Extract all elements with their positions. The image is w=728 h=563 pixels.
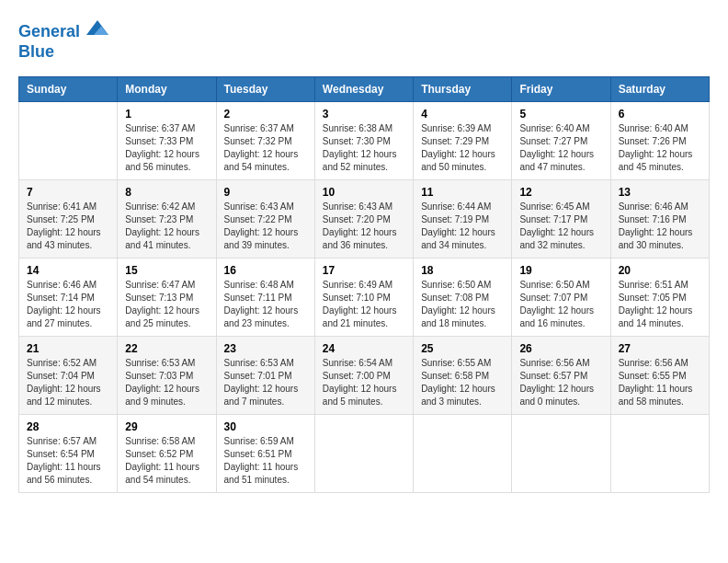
day-info: Sunrise: 6:45 AMSunset: 7:17 PMDaylight:…	[519, 201, 602, 252]
day-info: Sunrise: 6:53 AMSunset: 7:03 PMDaylight:…	[125, 357, 208, 408]
calendar-cell: 11Sunrise: 6:44 AMSunset: 7:19 PMDayligh…	[414, 180, 512, 259]
weekday-header-friday: Friday	[512, 77, 610, 102]
day-info: Sunrise: 6:37 AMSunset: 7:33 PMDaylight:…	[125, 122, 208, 174]
calendar-cell	[610, 415, 709, 493]
weekday-header-sunday: Sunday	[19, 77, 118, 102]
calendar-cell	[512, 415, 610, 493]
day-info: Sunrise: 6:56 AMSunset: 6:55 PMDaylight:…	[619, 357, 701, 408]
day-info: Sunrise: 6:44 AMSunset: 7:19 PMDaylight:…	[421, 201, 504, 252]
day-info: Sunrise: 6:40 AMSunset: 7:26 PMDaylight:…	[619, 122, 701, 174]
day-info: Sunrise: 6:53 AMSunset: 7:01 PMDaylight:…	[224, 357, 307, 408]
day-number: 24	[323, 342, 405, 355]
calendar-cell: 25Sunrise: 6:55 AMSunset: 6:58 PMDayligh…	[414, 337, 512, 415]
day-info: Sunrise: 6:42 AMSunset: 7:23 PMDaylight:…	[125, 201, 208, 252]
day-number: 20	[619, 264, 701, 277]
calendar-cell: 12Sunrise: 6:45 AMSunset: 7:17 PMDayligh…	[512, 180, 610, 259]
calendar-cell	[414, 415, 512, 493]
logo: General Blue	[18, 18, 108, 62]
day-number: 7	[27, 186, 109, 199]
calendar-cell: 9Sunrise: 6:43 AMSunset: 7:22 PMDaylight…	[216, 180, 314, 259]
calendar-cell: 18Sunrise: 6:50 AMSunset: 7:08 PMDayligh…	[414, 259, 512, 337]
calendar-cell: 6Sunrise: 6:40 AMSunset: 7:26 PMDaylight…	[610, 102, 709, 180]
calendar-cell: 4Sunrise: 6:39 AMSunset: 7:29 PMDaylight…	[414, 102, 512, 180]
calendar-cell: 28Sunrise: 6:57 AMSunset: 6:54 PMDayligh…	[19, 415, 118, 493]
logo-icon	[86, 18, 108, 37]
calendar-cell: 21Sunrise: 6:52 AMSunset: 7:04 PMDayligh…	[19, 337, 118, 415]
day-number: 1	[125, 108, 208, 121]
calendar-cell: 1Sunrise: 6:37 AMSunset: 7:33 PMDaylight…	[118, 102, 216, 180]
day-number: 26	[519, 342, 602, 355]
calendar-cell: 14Sunrise: 6:46 AMSunset: 7:14 PMDayligh…	[19, 259, 118, 337]
weekday-header-thursday: Thursday	[414, 77, 512, 102]
week-row-1: 1Sunrise: 6:37 AMSunset: 7:33 PMDaylight…	[19, 102, 710, 180]
day-info: Sunrise: 6:57 AMSunset: 6:54 PMDaylight:…	[27, 435, 109, 487]
calendar-cell: 26Sunrise: 6:56 AMSunset: 6:57 PMDayligh…	[512, 337, 610, 415]
calendar-cell: 2Sunrise: 6:37 AMSunset: 7:32 PMDaylight…	[216, 102, 314, 180]
weekday-header-wednesday: Wednesday	[314, 77, 413, 102]
calendar-cell: 20Sunrise: 6:51 AMSunset: 7:05 PMDayligh…	[610, 259, 709, 337]
day-number: 9	[224, 186, 307, 199]
day-number: 4	[421, 108, 504, 121]
day-number: 6	[619, 108, 701, 121]
day-number: 8	[125, 186, 208, 199]
weekday-header-tuesday: Tuesday	[216, 77, 314, 102]
weekday-header-row: SundayMondayTuesdayWednesdayThursdayFrid…	[19, 77, 710, 102]
day-info: Sunrise: 6:43 AMSunset: 7:20 PMDaylight:…	[323, 201, 405, 252]
day-number: 5	[519, 108, 602, 121]
calendar-cell: 8Sunrise: 6:42 AMSunset: 7:23 PMDaylight…	[118, 180, 216, 259]
day-info: Sunrise: 6:49 AMSunset: 7:10 PMDaylight:…	[323, 279, 405, 330]
day-info: Sunrise: 6:56 AMSunset: 6:57 PMDaylight:…	[519, 357, 602, 408]
calendar-cell: 24Sunrise: 6:54 AMSunset: 7:00 PMDayligh…	[314, 337, 413, 415]
day-number: 21	[27, 342, 109, 355]
day-info: Sunrise: 6:40 AMSunset: 7:27 PMDaylight:…	[519, 122, 602, 174]
week-row-3: 14Sunrise: 6:46 AMSunset: 7:14 PMDayligh…	[19, 259, 710, 337]
calendar-cell	[19, 102, 118, 180]
header: General Blue	[18, 18, 710, 62]
calendar-cell: 13Sunrise: 6:46 AMSunset: 7:16 PMDayligh…	[610, 180, 709, 259]
calendar-cell: 19Sunrise: 6:50 AMSunset: 7:07 PMDayligh…	[512, 259, 610, 337]
day-number: 23	[224, 342, 307, 355]
day-number: 15	[125, 264, 208, 277]
day-number: 27	[619, 342, 701, 355]
calendar-cell: 27Sunrise: 6:56 AMSunset: 6:55 PMDayligh…	[610, 337, 709, 415]
calendar-cell: 7Sunrise: 6:41 AMSunset: 7:25 PMDaylight…	[19, 180, 118, 259]
day-info: Sunrise: 6:59 AMSunset: 6:51 PMDaylight:…	[224, 435, 307, 487]
day-info: Sunrise: 6:54 AMSunset: 7:00 PMDaylight:…	[323, 357, 405, 408]
logo-text: General Blue	[18, 18, 108, 62]
day-number: 25	[421, 342, 504, 355]
day-number: 3	[323, 108, 405, 121]
day-info: Sunrise: 6:55 AMSunset: 6:58 PMDaylight:…	[421, 357, 504, 408]
calendar-cell: 5Sunrise: 6:40 AMSunset: 7:27 PMDaylight…	[512, 102, 610, 180]
day-info: Sunrise: 6:50 AMSunset: 7:08 PMDaylight:…	[421, 279, 504, 330]
day-number: 22	[125, 342, 208, 355]
week-row-4: 21Sunrise: 6:52 AMSunset: 7:04 PMDayligh…	[19, 337, 710, 415]
calendar-body: 1Sunrise: 6:37 AMSunset: 7:33 PMDaylight…	[19, 102, 710, 493]
calendar-cell: 23Sunrise: 6:53 AMSunset: 7:01 PMDayligh…	[216, 337, 314, 415]
day-number: 16	[224, 264, 307, 277]
day-info: Sunrise: 6:38 AMSunset: 7:30 PMDaylight:…	[323, 122, 405, 174]
day-number: 19	[519, 264, 602, 277]
day-info: Sunrise: 6:37 AMSunset: 7:32 PMDaylight:…	[224, 122, 307, 174]
logo-blue: Blue	[18, 42, 54, 61]
calendar-cell: 16Sunrise: 6:48 AMSunset: 7:11 PMDayligh…	[216, 259, 314, 337]
day-number: 29	[125, 420, 208, 433]
day-info: Sunrise: 6:51 AMSunset: 7:05 PMDaylight:…	[619, 279, 701, 330]
day-info: Sunrise: 6:50 AMSunset: 7:07 PMDaylight:…	[519, 279, 602, 330]
day-info: Sunrise: 6:58 AMSunset: 6:52 PMDaylight:…	[125, 435, 208, 487]
day-info: Sunrise: 6:48 AMSunset: 7:11 PMDaylight:…	[224, 279, 307, 330]
week-row-2: 7Sunrise: 6:41 AMSunset: 7:25 PMDaylight…	[19, 180, 710, 259]
calendar-cell: 15Sunrise: 6:47 AMSunset: 7:13 PMDayligh…	[118, 259, 216, 337]
weekday-header-saturday: Saturday	[610, 77, 709, 102]
day-number: 14	[27, 264, 109, 277]
day-info: Sunrise: 6:46 AMSunset: 7:14 PMDaylight:…	[27, 279, 109, 330]
day-number: 30	[224, 420, 307, 433]
calendar-cell: 30Sunrise: 6:59 AMSunset: 6:51 PMDayligh…	[216, 415, 314, 493]
day-info: Sunrise: 6:47 AMSunset: 7:13 PMDaylight:…	[125, 279, 208, 330]
calendar-cell: 17Sunrise: 6:49 AMSunset: 7:10 PMDayligh…	[314, 259, 413, 337]
week-row-5: 28Sunrise: 6:57 AMSunset: 6:54 PMDayligh…	[19, 415, 710, 493]
day-number: 11	[421, 186, 504, 199]
day-number: 13	[619, 186, 701, 199]
calendar-table: SundayMondayTuesdayWednesdayThursdayFrid…	[18, 76, 710, 493]
day-number: 17	[323, 264, 405, 277]
day-info: Sunrise: 6:39 AMSunset: 7:29 PMDaylight:…	[421, 122, 504, 174]
